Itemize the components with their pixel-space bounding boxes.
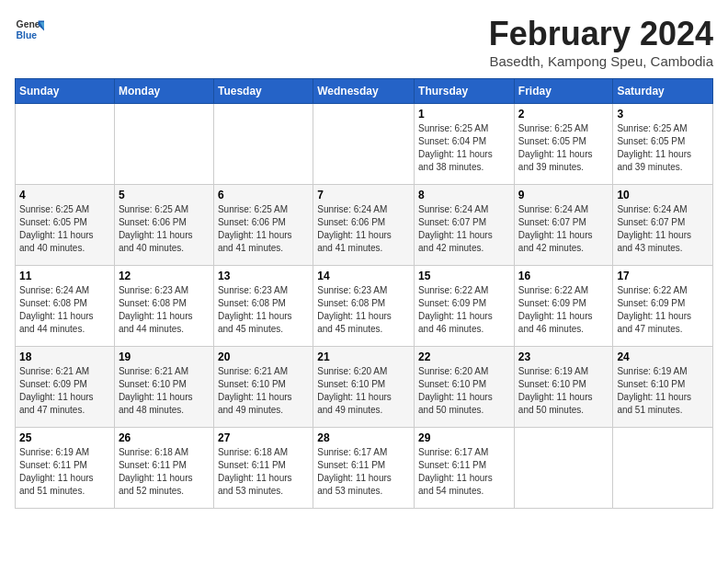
day-info: Sunrise: 6:25 AM Sunset: 6:04 PM Dayligh… <box>418 122 510 174</box>
day-header-saturday: Saturday <box>613 79 713 104</box>
day-number: 16 <box>518 270 609 282</box>
calendar-cell <box>313 104 415 185</box>
day-info: Sunrise: 6:19 AM Sunset: 6:11 PM Dayligh… <box>19 446 110 498</box>
day-number: 27 <box>218 431 309 444</box>
day-info: Sunrise: 6:24 AM Sunset: 6:06 PM Dayligh… <box>317 203 410 255</box>
day-number: 26 <box>119 431 210 444</box>
day-info: Sunrise: 6:19 AM Sunset: 6:10 PM Dayligh… <box>617 365 709 417</box>
day-number: 4 <box>19 189 110 201</box>
svg-text:Blue: Blue <box>17 30 38 40</box>
calendar-cell: 23Sunrise: 6:19 AM Sunset: 6:10 PM Dayli… <box>514 347 613 428</box>
day-header-friday: Friday <box>514 79 613 104</box>
page-header: General Blue February 2024 Basedth, Kamp… <box>15 15 713 69</box>
calendar-cell: 2Sunrise: 6:25 AM Sunset: 6:05 PM Daylig… <box>514 104 613 185</box>
calendar-header-row: SundayMondayTuesdayWednesdayThursdayFrid… <box>16 79 713 104</box>
day-number: 8 <box>418 189 510 201</box>
title-section: February 2024 Basedth, Kampong Speu, Cam… <box>489 15 713 69</box>
day-header-monday: Monday <box>114 79 213 104</box>
calendar-cell <box>613 428 713 509</box>
calendar-cell: 1Sunrise: 6:25 AM Sunset: 6:04 PM Daylig… <box>415 104 515 185</box>
day-info: Sunrise: 6:25 AM Sunset: 6:06 PM Dayligh… <box>218 203 309 255</box>
day-info: Sunrise: 6:18 AM Sunset: 6:11 PM Dayligh… <box>119 446 210 498</box>
day-info: Sunrise: 6:24 AM Sunset: 6:07 PM Dayligh… <box>617 203 709 255</box>
logo-icon: General Blue <box>15 15 44 44</box>
calendar-cell: 22Sunrise: 6:20 AM Sunset: 6:10 PM Dayli… <box>415 347 515 428</box>
day-header-thursday: Thursday <box>415 79 515 104</box>
day-number: 29 <box>418 431 510 444</box>
calendar-cell: 28Sunrise: 6:17 AM Sunset: 6:11 PM Dayli… <box>313 428 415 509</box>
calendar-cell: 9Sunrise: 6:24 AM Sunset: 6:07 PM Daylig… <box>514 185 613 266</box>
calendar-cell <box>514 428 613 509</box>
day-number: 9 <box>518 189 609 201</box>
calendar-cell: 15Sunrise: 6:22 AM Sunset: 6:09 PM Dayli… <box>415 266 515 347</box>
day-info: Sunrise: 6:25 AM Sunset: 6:05 PM Dayligh… <box>617 122 709 174</box>
day-info: Sunrise: 6:21 AM Sunset: 6:10 PM Dayligh… <box>119 365 210 417</box>
calendar-cell: 13Sunrise: 6:23 AM Sunset: 6:08 PM Dayli… <box>213 266 313 347</box>
day-number: 5 <box>119 189 210 201</box>
day-number: 21 <box>317 350 410 363</box>
calendar-cell: 12Sunrise: 6:23 AM Sunset: 6:08 PM Dayli… <box>114 266 213 347</box>
calendar-cell: 4Sunrise: 6:25 AM Sunset: 6:05 PM Daylig… <box>16 185 115 266</box>
day-number: 15 <box>418 270 510 282</box>
calendar-body: 1Sunrise: 6:25 AM Sunset: 6:04 PM Daylig… <box>16 104 713 509</box>
day-info: Sunrise: 6:20 AM Sunset: 6:10 PM Dayligh… <box>317 365 410 417</box>
day-number: 24 <box>617 350 709 363</box>
calendar-week-1: 1Sunrise: 6:25 AM Sunset: 6:04 PM Daylig… <box>16 104 713 185</box>
day-header-tuesday: Tuesday <box>213 79 313 104</box>
day-info: Sunrise: 6:19 AM Sunset: 6:10 PM Dayligh… <box>518 365 609 417</box>
calendar-cell: 21Sunrise: 6:20 AM Sunset: 6:10 PM Dayli… <box>313 347 415 428</box>
day-info: Sunrise: 6:21 AM Sunset: 6:10 PM Dayligh… <box>218 365 309 417</box>
day-number: 11 <box>19 270 110 282</box>
day-number: 28 <box>317 431 410 444</box>
day-info: Sunrise: 6:24 AM Sunset: 6:07 PM Dayligh… <box>518 203 609 255</box>
day-number: 20 <box>218 350 309 363</box>
calendar-cell <box>114 104 213 185</box>
day-info: Sunrise: 6:21 AM Sunset: 6:09 PM Dayligh… <box>19 365 110 417</box>
calendar-cell: 27Sunrise: 6:18 AM Sunset: 6:11 PM Dayli… <box>213 428 313 509</box>
day-number: 12 <box>119 270 210 282</box>
day-number: 7 <box>317 189 410 201</box>
calendar-cell: 5Sunrise: 6:25 AM Sunset: 6:06 PM Daylig… <box>114 185 213 266</box>
day-number: 17 <box>617 270 709 282</box>
day-info: Sunrise: 6:23 AM Sunset: 6:08 PM Dayligh… <box>317 284 410 336</box>
calendar-cell: 10Sunrise: 6:24 AM Sunset: 6:07 PM Dayli… <box>613 185 713 266</box>
calendar-week-2: 4Sunrise: 6:25 AM Sunset: 6:05 PM Daylig… <box>16 185 713 266</box>
calendar-cell: 3Sunrise: 6:25 AM Sunset: 6:05 PM Daylig… <box>613 104 713 185</box>
logo: General Blue <box>15 15 44 44</box>
day-number: 25 <box>19 431 110 444</box>
calendar-title: February 2024 <box>489 15 713 53</box>
calendar-cell: 14Sunrise: 6:23 AM Sunset: 6:08 PM Dayli… <box>313 266 415 347</box>
calendar-table: SundayMondayTuesdayWednesdayThursdayFrid… <box>15 78 713 509</box>
day-header-sunday: Sunday <box>16 79 115 104</box>
day-info: Sunrise: 6:17 AM Sunset: 6:11 PM Dayligh… <box>317 446 410 498</box>
day-info: Sunrise: 6:18 AM Sunset: 6:11 PM Dayligh… <box>218 446 309 498</box>
calendar-cell: 29Sunrise: 6:17 AM Sunset: 6:11 PM Dayli… <box>415 428 515 509</box>
day-number: 2 <box>518 108 609 121</box>
day-number: 14 <box>317 270 410 282</box>
day-info: Sunrise: 6:25 AM Sunset: 6:05 PM Dayligh… <box>19 203 110 255</box>
day-info: Sunrise: 6:24 AM Sunset: 6:08 PM Dayligh… <box>19 284 110 336</box>
calendar-cell: 24Sunrise: 6:19 AM Sunset: 6:10 PM Dayli… <box>613 347 713 428</box>
day-number: 10 <box>617 189 709 201</box>
calendar-cell: 26Sunrise: 6:18 AM Sunset: 6:11 PM Dayli… <box>114 428 213 509</box>
calendar-cell: 16Sunrise: 6:22 AM Sunset: 6:09 PM Dayli… <box>514 266 613 347</box>
day-number: 13 <box>218 270 309 282</box>
calendar-cell: 11Sunrise: 6:24 AM Sunset: 6:08 PM Dayli… <box>16 266 115 347</box>
calendar-cell: 20Sunrise: 6:21 AM Sunset: 6:10 PM Dayli… <box>213 347 313 428</box>
day-number: 6 <box>218 189 309 201</box>
day-info: Sunrise: 6:22 AM Sunset: 6:09 PM Dayligh… <box>518 284 609 336</box>
day-info: Sunrise: 6:23 AM Sunset: 6:08 PM Dayligh… <box>119 284 210 336</box>
calendar-week-5: 25Sunrise: 6:19 AM Sunset: 6:11 PM Dayli… <box>16 428 713 509</box>
calendar-cell <box>213 104 313 185</box>
calendar-cell: 6Sunrise: 6:25 AM Sunset: 6:06 PM Daylig… <box>213 185 313 266</box>
day-info: Sunrise: 6:23 AM Sunset: 6:08 PM Dayligh… <box>218 284 309 336</box>
calendar-cell: 8Sunrise: 6:24 AM Sunset: 6:07 PM Daylig… <box>415 185 515 266</box>
day-info: Sunrise: 6:17 AM Sunset: 6:11 PM Dayligh… <box>418 446 510 498</box>
day-info: Sunrise: 6:22 AM Sunset: 6:09 PM Dayligh… <box>418 284 510 336</box>
day-info: Sunrise: 6:20 AM Sunset: 6:10 PM Dayligh… <box>418 365 510 417</box>
calendar-cell <box>16 104 115 185</box>
calendar-cell: 7Sunrise: 6:24 AM Sunset: 6:06 PM Daylig… <box>313 185 415 266</box>
calendar-cell: 25Sunrise: 6:19 AM Sunset: 6:11 PM Dayli… <box>16 428 115 509</box>
calendar-cell: 19Sunrise: 6:21 AM Sunset: 6:10 PM Dayli… <box>114 347 213 428</box>
day-number: 23 <box>518 350 609 363</box>
